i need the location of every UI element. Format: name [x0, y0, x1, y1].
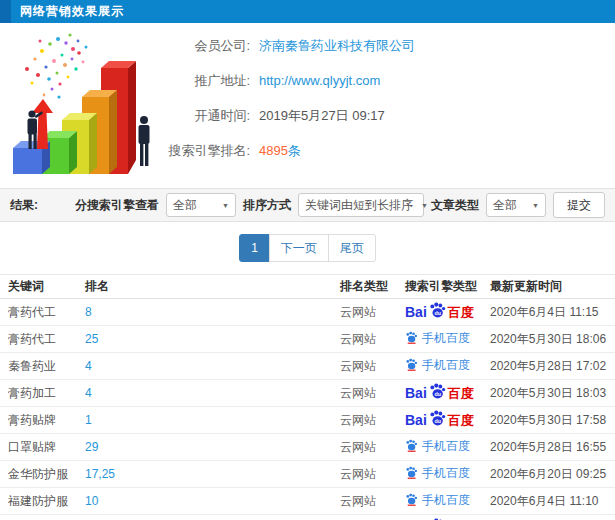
rank-link[interactable]: 29 [85, 440, 98, 454]
promo-url-link[interactable]: http://www.qlyyjt.com [259, 73, 380, 88]
rank-type-cell: 云网站 [340, 299, 405, 326]
open-time-value: 2019年5月27日 09:17 [259, 107, 385, 125]
engine-ranking-value: 4895条 [259, 142, 301, 160]
table-row: 膏药代工 25 云网站 手机百度 2020年5月30日 18:06 [0, 326, 615, 353]
header-engine-type: 搜索引擎类型 [405, 275, 490, 299]
baidu-pc-logo: Baidu百度 [405, 383, 474, 403]
header-updated: 最新更新时间 [490, 275, 615, 299]
update-time-cell: 2020年5月28日 16:55 [490, 434, 615, 461]
ranking-count: 4895 [259, 143, 288, 158]
bar-chart-illustration [0, 23, 163, 188]
chevron-down-icon: ▼ [222, 202, 229, 209]
keyword-cell: 口罩贴牌 [0, 434, 85, 461]
table-row: 膏药贴牌 1 云网站 Baidu百度 2020年5月30日 17:58 [0, 407, 615, 434]
app-header: 网络营销效果展示 [0, 0, 615, 23]
open-time-label: 开通时间: [163, 107, 250, 125]
keyword-cell: 金华防护服 [0, 461, 85, 488]
svg-text:du: du [434, 391, 441, 397]
update-time-cell: 2020年6月4日 11:10 [490, 488, 615, 515]
page-1-button[interactable]: 1 [239, 234, 270, 262]
article-type-selected-value: 全部 [493, 197, 517, 214]
mobile-baidu-paw-icon [405, 331, 418, 344]
chevron-down-icon: ▼ [421, 202, 428, 209]
baidu-pc-logo: Baidu百度 [405, 410, 474, 430]
baidu-paw-icon: du [428, 383, 447, 399]
rank-link[interactable]: 25 [85, 332, 98, 346]
rank-link[interactable]: 1 [85, 413, 92, 427]
rank-type-cell: 云网站 [340, 434, 405, 461]
member-company-link[interactable]: 济南秦鲁药业科技有限公司 [259, 37, 415, 55]
sort-label: 排序方式 [243, 197, 291, 214]
article-type-select[interactable]: 全部 ▼ [486, 193, 546, 217]
next-page-button[interactable]: 下一页 [269, 234, 329, 262]
mobile-baidu-paw-icon [405, 358, 418, 371]
engine-view-select[interactable]: 全部 ▼ [166, 193, 236, 217]
table-row: 福建防护服 10 云网站 手机百度 2020年6月4日 11:10 [0, 488, 615, 515]
header-rank: 排名 [85, 275, 340, 299]
update-time-cell: 2020年6月4日 11:15 [490, 299, 615, 326]
rank-link[interactable]: 10 [85, 494, 98, 508]
mobile-baidu-badge: 手机百度 [405, 439, 470, 452]
rank-link[interactable]: 4 [85, 359, 92, 373]
table-row: 金华防护服 17,25 云网站 手机百度 2020年6月20日 09:25 [0, 461, 615, 488]
businessman-right [139, 116, 150, 166]
results-label: 结果: [10, 197, 38, 214]
engine-view-label: 分搜索引擎查看 [75, 197, 159, 214]
confetti-dots [25, 33, 88, 98]
mobile-baidu-badge: 手机百度 [405, 331, 470, 344]
ranking-suffix: 条 [288, 143, 301, 158]
mobile-baidu-paw-icon [405, 439, 418, 452]
rank-type-cell: 云网站 [340, 353, 405, 380]
update-time-cell: 2020年5月30日 17:58 [490, 407, 615, 434]
keyword-cell: 膏药贴牌 [0, 407, 85, 434]
mobile-baidu-paw-icon [405, 493, 418, 506]
sort-select[interactable]: 关键词由短到长排序 ▼ [298, 193, 424, 217]
last-page-button[interactable]: 尾页 [328, 234, 376, 262]
growth-chart-image [2, 29, 162, 181]
update-time-cell: 2020年5月30日 18:03 [490, 380, 615, 407]
ranking-table: 关键词 排名 排名类型 搜索引擎类型 最新更新时间 膏药代工 8 云网站 Bai… [0, 274, 615, 520]
submit-button[interactable]: 提交 [553, 192, 605, 218]
member-company-row: 会员公司: 济南秦鲁药业科技有限公司 [163, 37, 615, 55]
keyword-cell: 膏药加工 [0, 380, 85, 407]
baidu-paw-icon: du [428, 410, 447, 426]
keyword-cell: 福建防护服 [0, 488, 85, 515]
summary-section: 会员公司: 济南秦鲁药业科技有限公司 推广地址: http://www.qlyy… [0, 23, 615, 188]
header-keyword: 关键词 [0, 275, 85, 299]
article-type-label: 文章类型 [431, 197, 479, 214]
promo-url-label: 推广地址: [163, 72, 250, 90]
svg-text:du: du [434, 418, 441, 424]
rank-type-cell: 云网站 [340, 488, 405, 515]
mobile-baidu-badge: 手机百度 [405, 358, 470, 371]
svg-text:du: du [434, 310, 441, 316]
page-title: 网络营销效果展示 [11, 3, 124, 20]
table-row: 膏药加工 4 云网站 Baidu百度 2020年5月30日 18:03 [0, 380, 615, 407]
open-time-row: 开通时间: 2019年5月27日 09:17 [163, 107, 615, 125]
rank-link[interactable]: 17,25 [85, 467, 115, 481]
header-accent-block [0, 0, 11, 23]
rank-link[interactable]: 8 [85, 305, 92, 319]
baidu-pc-logo: Baidu百度 [405, 302, 474, 322]
sort-selected-value: 关键词由短到长排序 [305, 197, 413, 214]
chevron-down-icon: ▼ [532, 202, 539, 209]
filter-controls: 分搜索引擎查看 全部 ▼ 排序方式 关键词由短到长排序 ▼ 文章类型 全部 ▼ … [75, 192, 605, 218]
table-row: 秦鲁药业 4 云网站 手机百度 2020年5月28日 17:02 [0, 353, 615, 380]
pagination: 1 下一页 尾页 [0, 222, 615, 274]
engine-view-selected-value: 全部 [173, 197, 197, 214]
rank-link[interactable]: 4 [85, 386, 92, 400]
update-time-cell: 2020年6月20日 09:25 [490, 461, 615, 488]
filter-bar: 结果: 分搜索引擎查看 全部 ▼ 排序方式 关键词由短到长排序 ▼ 文章类型 全… [0, 188, 615, 222]
mobile-baidu-badge: 手机百度 [405, 466, 470, 479]
header-rank-type: 排名类型 [340, 275, 405, 299]
mobile-baidu-paw-icon [405, 466, 418, 479]
promo-url-row: 推广地址: http://www.qlyyjt.com [163, 72, 615, 90]
table-row: 口罩贴牌 29 云网站 手机百度 2020年5月28日 16:55 [0, 434, 615, 461]
rank-type-cell: 云网站 [340, 326, 405, 353]
engine-ranking-label: 搜索引擎排名: [163, 142, 250, 160]
baidu-paw-icon: du [428, 302, 447, 318]
engine-ranking-row: 搜索引擎排名: 4895条 [163, 142, 615, 160]
keyword-cell: 秦鲁药业 [0, 353, 85, 380]
rank-type-cell: 云网站 [340, 407, 405, 434]
update-time-cell: 2020年5月30日 18:06 [490, 326, 615, 353]
keyword-cell: 膏药代工 [0, 326, 85, 353]
